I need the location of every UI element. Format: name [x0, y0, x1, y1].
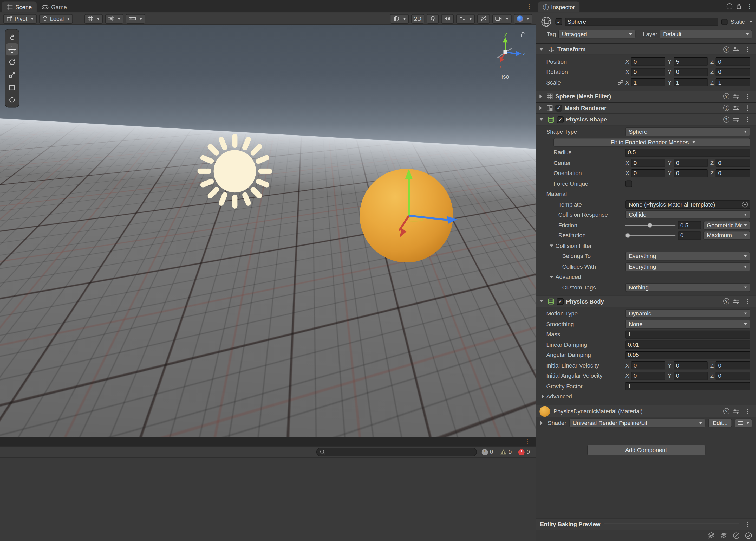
position-z-field[interactable] [716, 58, 750, 66]
scene-tabbar-menu-icon[interactable]: ⋮ [525, 3, 534, 9]
iav-z-field[interactable] [716, 372, 750, 380]
fit-to-meshes-button[interactable]: Fit to Enabled Render Meshes [554, 138, 750, 147]
radius-field[interactable] [625, 149, 750, 157]
component-header-mesh-filter[interactable]: Sphere (Mesh Filter) ? ⋮ [536, 91, 756, 102]
restitution-field[interactable] [678, 232, 701, 240]
shader-dropdown[interactable]: Universal Render Pipeline/Lit [569, 419, 705, 427]
link-icon[interactable] [618, 80, 624, 85]
template-object-field[interactable]: None (Physics Material Template) [625, 200, 750, 209]
static-dropdown-icon[interactable] [749, 21, 752, 23]
component-menu-icon[interactable]: ⋮ [743, 116, 752, 123]
gravity-factor-field[interactable] [625, 382, 750, 390]
friction-slider[interactable] [625, 222, 675, 229]
inspector-menu-icon[interactable]: ⋮ [745, 3, 754, 9]
rotation-y-field[interactable] [673, 68, 708, 76]
foldout-icon[interactable] [542, 395, 544, 399]
foldout-icon[interactable] [550, 245, 554, 247]
rotation-x-field[interactable] [631, 68, 665, 76]
angular-damping-field[interactable] [625, 351, 750, 359]
enabled-checkbox[interactable]: ✓ [557, 298, 564, 304]
help-icon[interactable]: ? [723, 93, 729, 99]
smoothing-dropdown[interactable]: None [625, 320, 750, 328]
entity-baking-preview-bar[interactable]: Entity Baking Preview ⋮ [536, 519, 756, 530]
component-header-mesh-renderer[interactable]: ✓ Mesh Renderer ? ⋮ [536, 102, 756, 114]
grid-visibility-dropdown[interactable] [85, 14, 103, 23]
position-y-field[interactable] [673, 58, 708, 66]
pivot-dropdown[interactable]: Pivot [3, 14, 36, 23]
force-unique-checkbox[interactable] [625, 180, 632, 187]
move-tool-button[interactable] [6, 43, 18, 55]
gizmo-z-cone[interactable] [516, 51, 522, 56]
gizmos-dropdown[interactable] [514, 14, 532, 23]
layer-dropdown[interactable]: Default [660, 30, 752, 39]
component-header-physics-body[interactable]: ✓ Physics Body ? ⋮ [536, 295, 756, 307]
presets-icon[interactable] [733, 298, 740, 304]
projection-toggle[interactable]: ≡ Iso [497, 73, 509, 80]
help-icon[interactable]: ? [723, 105, 729, 111]
foldout-icon[interactable] [539, 118, 543, 120]
component-menu-icon[interactable]: ⋮ [743, 46, 752, 52]
belongs-to-dropdown[interactable]: Everything [625, 252, 750, 261]
enabled-checkbox[interactable]: ✓ [557, 116, 564, 123]
enabled-checkbox[interactable]: ✓ [555, 105, 562, 111]
active-checkbox[interactable]: ✓ [555, 18, 562, 25]
effects-dropdown[interactable] [456, 14, 475, 23]
shader-edit-button[interactable]: Edit... [708, 419, 732, 427]
shading-mode-dropdown[interactable] [390, 14, 409, 23]
tab-inspector[interactable]: i Inspector [538, 2, 580, 13]
directional-light-gizmo[interactable] [191, 128, 278, 215]
snap-increment-dropdown[interactable] [126, 14, 145, 23]
ilv-x-field[interactable] [631, 361, 665, 370]
console-log-area[interactable] [0, 458, 536, 541]
orientation-y-field[interactable] [673, 169, 708, 177]
foldout-icon[interactable] [550, 276, 554, 278]
scene-viewport[interactable]: ≡ y z x ≡ Iso [0, 25, 536, 436]
gameobject-name-field[interactable] [565, 18, 719, 26]
rotate-tool-button[interactable] [6, 56, 18, 68]
iav-y-field[interactable] [673, 372, 708, 380]
iav-x-field[interactable] [631, 372, 665, 380]
center-z-field[interactable] [716, 159, 750, 167]
camera-settings-dropdown[interactable] [492, 14, 512, 23]
presets-icon[interactable] [733, 117, 740, 122]
drag-grip[interactable] [604, 523, 739, 526]
foldout-icon[interactable] [541, 421, 543, 425]
overlay-menu-icon[interactable]: ≡ [479, 26, 483, 34]
collides-with-dropdown[interactable]: Everything [625, 262, 750, 271]
orientation-gizmo[interactable]: y z x [483, 31, 528, 72]
status-ok-icon[interactable] [745, 532, 752, 539]
help-icon[interactable]: ? [723, 408, 729, 414]
foldout-icon[interactable] [539, 106, 542, 110]
console-header[interactable]: ⋮ [0, 436, 536, 446]
foldout-icon[interactable] [539, 48, 543, 50]
orientation-z-field[interactable] [716, 169, 750, 177]
audio-toggle[interactable] [441, 14, 454, 23]
friction-field[interactable] [678, 221, 701, 230]
gizmo-y-cone[interactable] [503, 37, 508, 42]
scale-z-field[interactable] [716, 78, 750, 87]
local-dropdown[interactable]: Local [39, 14, 73, 23]
presets-icon[interactable] [733, 105, 740, 111]
console-info-toggle[interactable]: ! 0 [480, 449, 495, 455]
scale-tool-button[interactable] [6, 68, 18, 80]
restitution-mode-dropdown[interactable]: Maximum [703, 231, 750, 240]
help-icon[interactable]: ? [723, 116, 729, 123]
component-menu-icon[interactable]: ⋮ [743, 105, 752, 111]
rect-tool-button[interactable] [6, 81, 18, 93]
restitution-slider[interactable] [625, 232, 675, 239]
baking-menu-icon[interactable]: ⋮ [743, 521, 752, 527]
friction-mode-dropdown[interactable]: Geometric Me [703, 221, 750, 230]
scene-visibility-toggle[interactable] [477, 14, 490, 23]
hand-tool-button[interactable] [6, 31, 18, 43]
presets-icon[interactable] [733, 46, 740, 52]
grid-snap-dropdown[interactable] [105, 14, 124, 23]
component-header-physics-shape[interactable]: ✓ Physics Shape ? ⋮ [536, 114, 756, 125]
center-x-field[interactable] [631, 159, 665, 167]
presets-icon[interactable] [733, 408, 740, 414]
component-header-transform[interactable]: Transform ? ⋮ [536, 43, 756, 55]
motion-type-dropdown[interactable]: Dynamic [625, 309, 750, 318]
shader-list-button[interactable] [735, 419, 752, 427]
material-header[interactable]: PhysicsDynamicMaterial (Material) ? ⋮ [536, 405, 756, 417]
console-error-toggle[interactable]: ! 0 [517, 449, 532, 455]
ilv-y-field[interactable] [673, 361, 708, 370]
